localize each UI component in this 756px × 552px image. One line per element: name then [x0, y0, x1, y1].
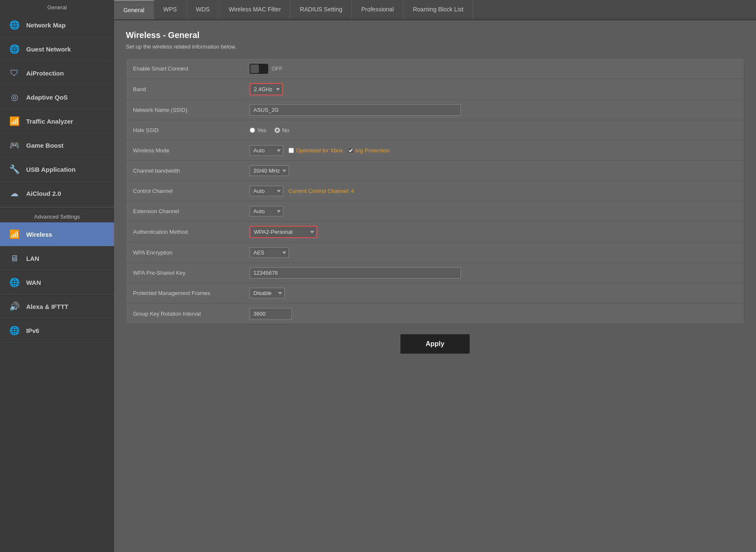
main-content: General WPS WDS Wireless MAC Filter RADI…: [114, 0, 756, 552]
sidebar-item-label-ipv6: IPv6: [26, 327, 39, 334]
wireless-mode-select[interactable]: Auto N only B/G/N: [250, 145, 283, 156]
current-channel-text: Current Control Channel: 4: [288, 188, 354, 194]
guest-network-icon: 🌐: [8, 42, 21, 56]
tab-radius-setting[interactable]: RADIUS Setting: [291, 0, 352, 19]
sidebar-item-traffic-analyzer[interactable]: 📶 Traffic Analyzer: [0, 109, 114, 133]
aiprotection-icon: 🛡: [8, 66, 21, 80]
hide-ssid-yes-label[interactable]: Yes: [250, 127, 266, 133]
channel-bandwidth-label: Channel bandwidth: [126, 163, 245, 178]
toggle-switch[interactable]: [250, 64, 268, 74]
auth-method-select[interactable]: Open System WPA-Personal WPA2-Personal W…: [250, 226, 317, 238]
wpa-encryption-row: WPA Encryption AES TKIP TKIP+AES: [126, 243, 744, 263]
control-channel-select[interactable]: Auto 1234 5678 91011: [250, 186, 283, 196]
apply-button[interactable]: Apply: [400, 334, 470, 354]
usb-application-icon: 🔧: [8, 162, 21, 176]
wpa-psk-input[interactable]: [250, 267, 461, 279]
ipv6-icon: 🌐: [8, 324, 21, 337]
sidebar-item-label-usb-application: USB Application: [26, 166, 76, 173]
optimized-xbox-label[interactable]: Optimized for Xbox: [288, 147, 343, 154]
ssid-input[interactable]: [250, 104, 461, 116]
page-subtitle: Set up the wireless related information …: [126, 43, 744, 50]
ssid-label: Network Name (SSID): [126, 103, 245, 117]
adaptive-qos-icon: ◎: [8, 90, 21, 104]
sidebar: General 🌐 Network Map 🌐 Guest Network 🛡 …: [0, 0, 114, 552]
pmf-select[interactable]: Disable Capable Required: [250, 288, 285, 298]
sidebar-item-guest-network[interactable]: 🌐 Guest Network: [0, 37, 114, 61]
sidebar-item-label-alexa-ifttt: Alexa & IFTTT: [26, 303, 68, 310]
hide-ssid-yes-radio[interactable]: [250, 127, 255, 133]
pmf-control: Disable Capable Required: [245, 284, 744, 303]
band-label: Band: [126, 82, 245, 97]
band-row: Band 2.4GHz 5GHz: [126, 79, 744, 100]
control-channel-label: Control Channel: [126, 184, 245, 198]
content-area: Wireless - General Set up the wireless r…: [114, 20, 756, 552]
band-select[interactable]: 2.4GHz 5GHz: [250, 83, 283, 95]
tab-general[interactable]: General: [114, 0, 154, 19]
channel-bandwidth-control: 20 MHz 40 MHz 20/40 MHz: [245, 161, 744, 180]
sidebar-advanced-label: Advanced Settings: [0, 209, 114, 222]
wireless-mode-row: Wireless Mode Auto N only B/G/N Optimize…: [126, 141, 744, 161]
sidebar-item-aiprotection[interactable]: 🛡 AiProtection: [0, 61, 114, 85]
sidebar-item-wan[interactable]: 🌐 WAN: [0, 271, 114, 295]
tab-professional[interactable]: Professional: [352, 0, 403, 19]
wpa-psk-label: WPA Pre-Shared Key: [126, 265, 245, 280]
sidebar-item-label-aicloud: AiCloud 2.0: [26, 190, 61, 197]
sidebar-item-wireless[interactable]: 📶 Wireless: [0, 222, 114, 246]
hide-ssid-control: Yes No: [245, 123, 744, 138]
hide-ssid-label: Hide SSID: [126, 123, 245, 138]
wpa-encryption-control: AES TKIP TKIP+AES: [245, 243, 744, 262]
ssid-control: [245, 100, 744, 120]
hide-ssid-no-radio[interactable]: [275, 127, 280, 133]
auth-method-row: Authentication Method Open System WPA-Pe…: [126, 222, 744, 243]
wpa-psk-control: [245, 263, 744, 283]
wpa-encryption-select[interactable]: AES TKIP TKIP+AES: [250, 247, 289, 258]
channel-bandwidth-select[interactable]: 20 MHz 40 MHz 20/40 MHz: [250, 165, 289, 176]
optimized-xbox-checkbox[interactable]: [288, 148, 294, 153]
smart-connect-label: Enable Smart Connect: [126, 61, 245, 76]
apply-btn-row: Apply: [126, 324, 744, 360]
group-key-input[interactable]: [250, 308, 292, 319]
ssid-row: Network Name (SSID): [126, 100, 744, 120]
control-channel-control: Auto 1234 5678 91011 Current Control Cha…: [245, 181, 744, 200]
tab-roaming-block-list[interactable]: Roaming Block List: [403, 0, 473, 19]
sidebar-item-network-map[interactable]: 🌐 Network Map: [0, 13, 114, 37]
sidebar-item-label-lan: LAN: [26, 255, 39, 262]
wpa-encryption-label: WPA Encryption: [126, 245, 245, 260]
group-key-row: Group Key Rotation Interval: [126, 303, 744, 324]
smart-connect-row: Enable Smart Connect OFF: [126, 59, 744, 79]
band-control: 2.4GHz 5GHz: [245, 79, 744, 100]
tab-wireless-mac-filter[interactable]: Wireless MAC Filter: [219, 0, 291, 19]
wireless-icon: 📶: [8, 227, 21, 241]
tab-bar: General WPS WDS Wireless MAC Filter RADI…: [114, 0, 756, 20]
sidebar-general-label: General: [0, 0, 114, 13]
bg-protection-checkbox[interactable]: [348, 148, 354, 153]
hide-ssid-no-label[interactable]: No: [275, 127, 289, 133]
smart-connect-toggle[interactable]: OFF: [250, 64, 283, 74]
sidebar-item-game-boost[interactable]: 🎮 Game Boost: [0, 133, 114, 157]
traffic-analyzer-icon: 📶: [8, 114, 21, 128]
group-key-control: [245, 304, 744, 324]
alexa-icon: 🔊: [8, 300, 21, 313]
wpa-psk-row: WPA Pre-Shared Key: [126, 263, 744, 283]
aicloud-icon: ☁: [8, 187, 21, 200]
sidebar-item-adaptive-qos[interactable]: ◎ Adaptive QoS: [0, 85, 114, 109]
sidebar-item-label-wan: WAN: [26, 279, 41, 286]
bg-protection-label[interactable]: b/g Protection: [348, 147, 389, 154]
group-key-label: Group Key Rotation Interval: [126, 306, 245, 321]
settings-form: Enable Smart Connect OFF Band 2.4GHz: [126, 58, 744, 324]
wireless-mode-control: Auto N only B/G/N Optimized for Xbox b/g…: [245, 141, 744, 160]
sidebar-item-usb-application[interactable]: 🔧 USB Application: [0, 157, 114, 181]
sidebar-item-ipv6[interactable]: 🌐 IPv6: [0, 319, 114, 343]
sidebar-item-lan[interactable]: 🖥 LAN: [0, 246, 114, 271]
bg-protection-text: b/g Protection: [356, 147, 389, 154]
sidebar-item-aicloud[interactable]: ☁ AiCloud 2.0: [0, 181, 114, 206]
extension-channel-select[interactable]: Auto Above Below: [250, 206, 283, 216]
auth-method-control: Open System WPA-Personal WPA2-Personal W…: [245, 222, 744, 242]
tab-wps[interactable]: WPS: [154, 0, 187, 19]
toggle-knob: [250, 65, 259, 73]
sidebar-item-label-aiprotection: AiProtection: [26, 70, 64, 77]
sidebar-item-alexa-ifttt[interactable]: 🔊 Alexa & IFTTT: [0, 295, 114, 319]
network-map-icon: 🌐: [8, 18, 21, 32]
sidebar-item-label-network-map: Network Map: [26, 22, 65, 29]
tab-wds[interactable]: WDS: [187, 0, 220, 19]
